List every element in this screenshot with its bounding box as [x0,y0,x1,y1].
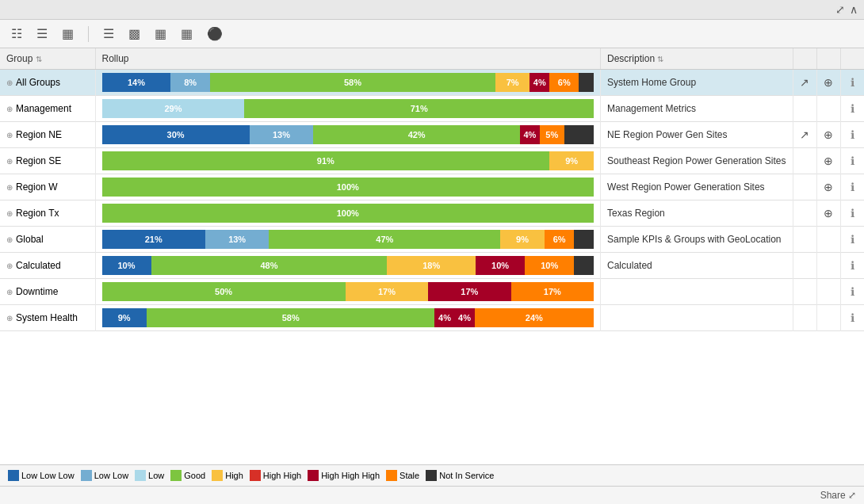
group-label: System Health [16,312,78,323]
legend-highhighhigh: High High High [308,470,380,481]
group-label: Region Tx [16,208,59,219]
tile-view-icon[interactable]: ▦ [151,25,170,43]
bar-segment-5 [574,256,594,275]
group-label: Region NE [16,129,62,140]
bar-segment-1: 48% [151,256,388,275]
chart-icon[interactable]: ▦ [59,25,77,43]
bar-cell-region-tx: 100% [95,200,601,227]
settings-icon[interactable]: ☰ [33,25,51,43]
expand-icon[interactable]: ⊕ [6,105,13,113]
group-cell-system-health[interactable]: ⊕System Health [0,305,95,331]
expand-icon[interactable]: ⊕ [6,288,13,296]
bar-segment-6 [579,73,594,92]
expand-icon[interactable]: ⊕ [6,157,13,166]
bar-segment-3: 10% [476,256,525,275]
bar-container-all-groups: 14%8%58%7%4%6% [102,73,594,92]
legend-color-low [135,470,146,481]
share-button[interactable]: Share ⤢ [820,490,856,501]
group-cell-all-groups[interactable]: ⊕All Groups [0,70,95,96]
bar-segment-5: 6% [549,73,579,92]
bar-segment-2: 4% [434,308,454,327]
external-link-icon-cell [793,174,816,200]
globe-icon-cell[interactable]: ⊕ [816,148,840,174]
col-desc-header[interactable]: Description ⇅ [601,48,793,70]
legend-label-lowlow: Low Low [94,471,128,480]
legend-lowlowlow: Low Low Low [8,470,75,481]
info-icon-cell[interactable]: ℹ [840,96,864,122]
group-cell-region-tx[interactable]: ⊕Region Tx [0,200,95,227]
bar-cell-region-ne: 30%13%42%4%5% [95,122,601,148]
bar-segment-5 [574,230,594,249]
title-bar-right: ⤢ ∧ [835,3,858,16]
group-cell-region-se[interactable]: ⊕Region SE [0,148,95,174]
bar-cell-system-health: 9%58%4%4%24% [95,305,601,331]
group-label: Management [16,103,71,114]
grid-view-icon[interactable]: ▩ [125,25,143,43]
bar-segment-2: 18% [387,256,476,275]
app-container: ⤢ ∧ ☷ ☰ ▦ ☰ ▩ ▦ ▦ ⚫ Group ⇅ Rollup Descr… [0,0,864,504]
globe-icon-cell[interactable]: ⊕ [816,174,840,200]
bar-segment-2: 17% [428,282,510,301]
expand-icon[interactable]: ⊕ [6,314,13,323]
info-icon-cell[interactable]: ℹ [840,227,864,253]
bar-segment-4: 5% [540,125,564,144]
external-link-icon-cell[interactable]: ↗ [793,122,816,148]
expand-icon[interactable]: ⊕ [6,209,13,218]
col-group-header[interactable]: Group ⇅ [0,48,95,70]
bar-segment-3: 17% [511,282,594,301]
toolbar: ☷ ☰ ▦ ☰ ▩ ▦ ▦ ⚫ [0,20,864,48]
table-row: ⊕Region W100%West Region Power Generatio… [0,174,864,200]
col-icon2-header [816,48,840,70]
group-cell-management[interactable]: ⊕Management [0,96,95,122]
globe-icon-cell[interactable]: ⊕ [816,200,840,227]
info-icon-cell[interactable]: ℹ [840,279,864,305]
bar-segment-0: 50% [102,282,346,301]
bar-segment-1: 9% [549,151,594,170]
legend-highhigh: High High [250,470,301,481]
col-icon3-header [840,48,864,70]
table-row: ⊕Region NE30%13%42%4%5%NE Region Power G… [0,122,864,148]
filter-icon[interactable]: ☷ [8,25,25,43]
table-row: ⊕Management29%71%Management Metricsℹ [0,96,864,122]
info-icon-cell[interactable]: ℹ [840,200,864,227]
bar-container-region-tx: 100% [102,204,594,223]
bar-segment-5 [564,125,594,144]
bar-segment-4: 24% [475,308,594,327]
group-cell-downtime[interactable]: ⊕Downtime [0,279,95,305]
external-link-icon-cell[interactable]: ↗ [793,70,816,96]
expand-icon[interactable]: ⊕ [6,183,13,192]
list-view-icon[interactable]: ☰ [100,25,117,43]
description-cell-region-se: Southeast Region Power Generation Sites [601,148,793,174]
expand-icon[interactable]: ⊕ [6,262,13,270]
group-label: Region W [16,181,58,193]
legend-notinservice: Not In Service [426,470,494,481]
description-cell-region-w: West Region Power Generation Sites [601,174,793,200]
info-icon-cell[interactable]: ℹ [840,70,864,96]
info-icon-cell[interactable]: ℹ [840,305,864,331]
matrix-view-icon[interactable]: ▦ [178,25,196,43]
expand-icon[interactable]: ⊕ [6,78,13,87]
expand-icon[interactable]: ⤢ [835,3,845,16]
collapse-icon[interactable]: ∧ [850,3,858,16]
info-icon-cell[interactable]: ℹ [840,122,864,148]
group-cell-region-ne[interactable]: ⊕Region NE [0,122,95,148]
globe-view-icon[interactable]: ⚫ [204,25,226,43]
globe-icon-cell[interactable]: ⊕ [816,70,840,96]
expand-icon[interactable]: ⊕ [6,131,13,139]
bar-segment-1: 8% [170,73,210,92]
globe-icon-cell[interactable]: ⊕ [816,122,840,148]
expand-icon[interactable]: ⊕ [6,235,13,244]
bar-cell-region-se: 91%9% [95,148,601,174]
info-icon-cell[interactable]: ℹ [840,253,864,279]
description-cell-calculated: Calculated [601,253,793,279]
legend-low: Low [135,470,164,481]
bar-segment-3: 4% [520,125,540,144]
group-cell-region-w[interactable]: ⊕Region W [0,174,95,200]
legend-label-low: Low [148,471,164,480]
group-cell-calculated[interactable]: ⊕Calculated [0,253,95,279]
bar-segment-1: 71% [244,99,594,118]
group-cell-global[interactable]: ⊕Global [0,227,95,253]
legend-high: High [212,470,243,481]
info-icon-cell[interactable]: ℹ [840,148,864,174]
info-icon-cell[interactable]: ℹ [840,174,864,200]
